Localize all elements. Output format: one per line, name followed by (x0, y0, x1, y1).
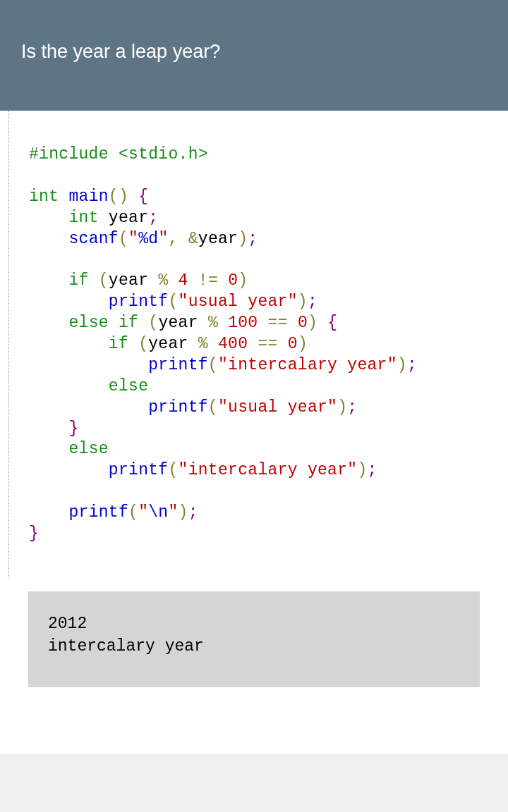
keyword-int: int (68, 209, 98, 227)
op-percent: % (158, 271, 168, 290)
rparen: ) (357, 461, 367, 479)
keyword-if: if (109, 335, 128, 353)
lparen: ( (208, 356, 218, 374)
var-year: year (198, 230, 238, 248)
str-usual: "usual year" (179, 293, 298, 311)
rparen: ) (119, 187, 128, 206)
semi: ; (368, 461, 377, 479)
lparen: ( (168, 293, 178, 311)
fmt-n: \n (148, 503, 168, 522)
lparen: ( (168, 461, 178, 479)
semi: ; (188, 503, 198, 522)
op-neq: != (198, 271, 218, 290)
func-printf: printf (148, 356, 208, 374)
rparen: ) (238, 230, 248, 248)
var-year: year (148, 335, 188, 353)
func-printf: printf (68, 503, 128, 522)
preprocessor-directive: #include <stdio.h> (29, 145, 208, 164)
rbrace: } (68, 419, 78, 438)
page-title: Is the year a leap year? (21, 41, 487, 63)
output-block: 2012 intercalary year (28, 591, 480, 687)
func-scanf: scanf (68, 230, 119, 248)
semi: ; (148, 209, 158, 227)
lparen: ( (99, 271, 109, 290)
num-0: 0 (228, 271, 238, 290)
keyword-if: if (119, 314, 138, 332)
keyword-else: else (68, 314, 108, 332)
lparen: ( (109, 187, 119, 206)
semi: ; (248, 230, 258, 248)
lparen: ( (148, 314, 158, 332)
rparen: ) (238, 271, 248, 290)
lparen: ( (138, 335, 148, 353)
fmt-d: %d (138, 230, 158, 248)
rparen: ) (179, 503, 188, 522)
semi: ; (308, 293, 318, 311)
func-main: main (68, 187, 108, 206)
str-intercalary: "intercalary year" (179, 461, 358, 479)
num-0: 0 (298, 314, 308, 332)
func-printf: printf (109, 293, 169, 311)
output-line-1: 2012 (48, 615, 87, 633)
func-printf: printf (148, 398, 208, 417)
func-printf: printf (109, 461, 169, 479)
op-percent: % (198, 335, 208, 353)
keyword-if: if (68, 271, 88, 290)
keyword-else: else (109, 377, 148, 395)
code-block: #include <stdio.h> int main() { int year… (8, 111, 508, 579)
num-100: 100 (228, 314, 258, 332)
lparen: ( (128, 503, 138, 522)
num-4: 4 (179, 271, 188, 290)
var-year: year (158, 314, 198, 332)
op-percent: % (208, 314, 218, 332)
str-intercalary: "intercalary year" (218, 356, 397, 374)
keyword-int: int (29, 187, 59, 206)
header: Is the year a leap year? (0, 0, 508, 111)
rparen: ) (308, 314, 318, 332)
content-area: #include <stdio.h> int main() { int year… (0, 111, 508, 754)
rbrace: } (29, 524, 39, 543)
bottom-bar (0, 754, 508, 812)
op-eqeq: == (258, 335, 277, 353)
str-usual: "usual year" (218, 398, 337, 417)
num-400: 400 (218, 335, 248, 353)
footer-gap (0, 687, 508, 754)
comma: , (168, 230, 178, 248)
amp: & (188, 230, 198, 248)
var-year: year (109, 209, 148, 227)
lparen: ( (119, 230, 128, 248)
lbrace: { (327, 314, 337, 332)
lbrace: { (138, 187, 148, 206)
rparen: ) (337, 398, 347, 417)
keyword-else: else (68, 440, 108, 458)
num-0: 0 (288, 335, 298, 353)
semi: ; (347, 398, 357, 417)
rparen: ) (397, 356, 407, 374)
semi: ; (407, 356, 417, 374)
op-eqeq: == (268, 314, 288, 332)
var-year: year (109, 271, 148, 290)
output-line-2: intercalary year (48, 637, 204, 656)
rparen: ) (298, 335, 308, 353)
rparen: ) (298, 293, 308, 311)
lparen: ( (208, 398, 218, 417)
